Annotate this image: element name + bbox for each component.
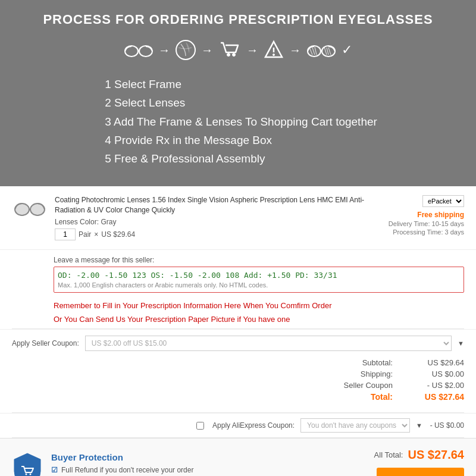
product-details: Coating Photochromic Lenses 1.56 Index S… [55,195,381,241]
prescription-textarea-wrapper: OD: -2.00 -1.50 123 OS: -1.50 -2.00 108 … [54,267,464,293]
protection-item-1: ☑ Full Refund if you don't receive your … [51,465,227,475]
svg-line-11 [310,49,312,55]
protection-item-1-text: Full Refund if you don't receive your or… [61,465,193,475]
lens-color-label: Lenses Color: Gray [55,218,381,226]
ali-coupon-checkbox[interactable] [196,422,204,430]
svg-line-16 [328,48,331,55]
message-label: Leave a message for this seller: [54,256,464,264]
warning-icon [263,39,284,61]
svg-point-3 [176,40,195,60]
total-label: Total: [345,392,393,402]
processing-time: Processing Time: 3 days [389,228,464,236]
protection-text: Buyer Protection ☑ Full Refund if you do… [51,452,227,476]
buyer-protection: Buyer Protection ☑ Full Refund if you do… [12,452,227,476]
lens-icon [175,39,196,61]
aliexpress-coupon-row: Apply AliExpress Coupon: You don't have … [0,413,476,437]
product-name: Coating Photochromic Lenses 1.56 Index S… [55,195,381,215]
free-shipping-label: Free shipping [389,211,464,219]
confirm-pay-button[interactable]: Confirm & Pay [377,468,464,476]
summary-section: Subtotal: US $29.64 Shipping: US $0.00 S… [0,355,476,412]
coupon-select[interactable]: US $2.00 off US $15.00 [85,336,452,351]
product-price-section: ePacket Free shipping Delivery Time: 10-… [389,195,464,236]
multiply-sign: × [94,230,98,239]
unit-price: US $29.64 [101,230,135,239]
subtotal-value: US $29.64 [416,358,464,367]
rx-glasses-icon [306,42,337,58]
header-banner: PROCESS FOR ORDERING PRESCRIPTION EYEGLA… [0,0,476,186]
ali-coupon-amount: - US $0.00 [428,421,464,430]
warning-msg-2: Or You Can Send Us Your Prescription Pap… [0,312,476,328]
product-row: Coating Photochromic Lenses 1.56 Index S… [0,186,476,250]
total-row: Total: US $27.64 [12,392,464,402]
seller-coupon-amount-value: - US $2.00 [416,381,464,390]
coupon-dropdown-icon[interactable]: ▼ [458,340,464,347]
checkmark-icon: ✓ [342,42,352,58]
all-total-amount: US $27.64 [408,448,464,462]
step-1-text: 1 Select Frame [105,75,377,93]
svg-point-5 [233,54,236,57]
svg-point-20 [26,474,27,475]
svg-line-12 [312,48,315,55]
steps-list: 1 Select Frame 2 Select Lenses 3 Add The… [99,75,377,168]
arrow-3: → [246,43,258,57]
shipping-method-select[interactable]: ePacket [422,195,464,207]
message-section: Leave a message for this seller: OD: -2.… [0,250,476,299]
footer-section: Buyer Protection ☑ Full Refund if you do… [0,438,476,476]
check-icon-1: ☑ [51,465,58,475]
ali-coupon-dropdown-icon[interactable]: ▼ [416,422,422,429]
page-title: PROCESS FOR ORDERING PRESCRIPTION EYEGLA… [18,12,458,27]
subtotal-label: Subtotal: [345,358,393,367]
svg-point-7 [273,54,275,56]
shipping-value: US $0.00 [416,369,464,378]
svg-point-21 [30,474,32,475]
total-value: US $27.64 [416,392,464,402]
step-4-text: 4 Provide Rx in the Message Box [105,131,377,149]
warning-msg-1: Remember to Fill in Your Prescription In… [0,299,476,312]
svg-point-4 [227,54,230,57]
svg-line-14 [324,47,327,55]
protection-title: Buyer Protection [51,452,227,462]
product-quantity-row: Pair × US $29.64 [55,228,381,240]
arrow-4: → [289,43,301,57]
svg-line-13 [315,47,317,55]
cart-icon [218,38,242,62]
svg-line-15 [327,48,328,55]
char-limit-note: Max. 1,000 English characters or Arabic … [58,281,460,289]
shipping-label: Shipping: [345,369,393,378]
shipping-row: Shipping: US $0.00 [12,369,464,378]
ali-coupon-select[interactable]: You don't have any coupons [300,418,410,433]
coupon-label: Apply Seller Coupon: [12,339,79,347]
quantity-input[interactable] [55,228,76,240]
arrow-1: → [158,43,170,57]
subtotal-row: Subtotal: US $29.64 [12,358,464,367]
all-total-row: All Total: US $27.64 [374,448,464,462]
glasses-icon [124,42,154,58]
product-image [12,195,48,222]
prescription-text[interactable]: OD: -2.00 -1.50 123 OS: -1.50 -2.00 108 … [58,271,460,280]
steps-icons-row: → → → → [18,38,458,62]
seller-coupon-row: Apply Seller Coupon: US $2.00 off US $15… [0,329,476,355]
delivery-time: Delivery Time: 10-15 days [389,220,464,227]
footer-right: All Total: US $27.64 Confirm & Pay [374,448,464,476]
seller-coupon-amount-label: Seller Coupon [344,381,393,390]
step-3-text: 3 Add The Frame & Lenses To Shopping Car… [105,112,377,131]
arrow-2: → [201,43,213,57]
all-total-label: All Total: [374,450,403,459]
ali-coupon-label: Apply AliExpress Coupon: [212,421,295,430]
main-content: Coating Photochromic Lenses 1.56 Index S… [0,186,476,476]
step-2-text: 2 Select Lenses [105,93,377,112]
unit-label: Pair [79,230,91,239]
shield-icon [12,452,43,476]
seller-coupon-amount-row: Seller Coupon - US $2.00 [12,381,464,390]
step-5-text: 5 Free & Professional Assembly [105,149,377,168]
